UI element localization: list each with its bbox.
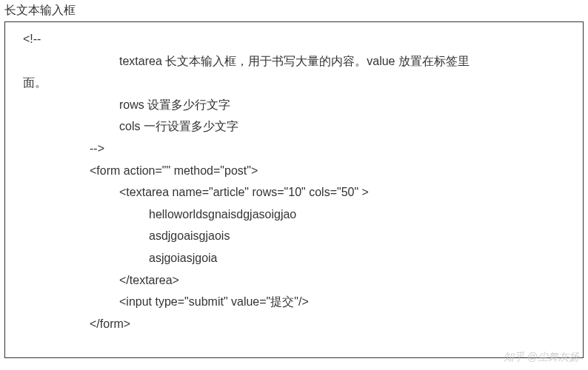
code-line-content-1: helloworldsgnaisdgjasoigjao xyxy=(23,204,575,226)
code-line-textarea-close: </textarea> xyxy=(23,269,575,292)
code-line-comment-3: cols 一行设置多少文字 xyxy=(23,115,575,138)
code-line-comment-2: rows 设置多少行文字 xyxy=(23,94,575,116)
code-line-comment-1b: 面。 xyxy=(23,72,575,94)
code-line-form-open: <form action="" method="post"> xyxy=(23,160,575,182)
code-line-form-close: </form> xyxy=(23,313,575,335)
section-title: 长文本输入框 xyxy=(0,0,588,21)
code-line-content-2: asdjgoaisgjaois xyxy=(23,225,575,247)
code-line-comment-1a: textarea 长文本输入框，用于书写大量的内容。value 放置在标签里 xyxy=(23,50,575,73)
code-line-comment-open: <!-- xyxy=(23,28,575,50)
code-block: <!-- textarea 长文本输入框，用于书写大量的内容。value 放置在… xyxy=(4,21,584,358)
code-line-content-3: asjgoiasjgoia xyxy=(23,247,575,269)
watermark: 知乎 @尘舞灰扬 xyxy=(504,351,579,364)
code-line-comment-close: --> xyxy=(23,138,575,160)
code-line-input-submit: <input type="submit" value="提交"/> xyxy=(23,291,575,313)
code-line-textarea-open: <textarea name="article" rows="10" cols=… xyxy=(23,181,575,204)
